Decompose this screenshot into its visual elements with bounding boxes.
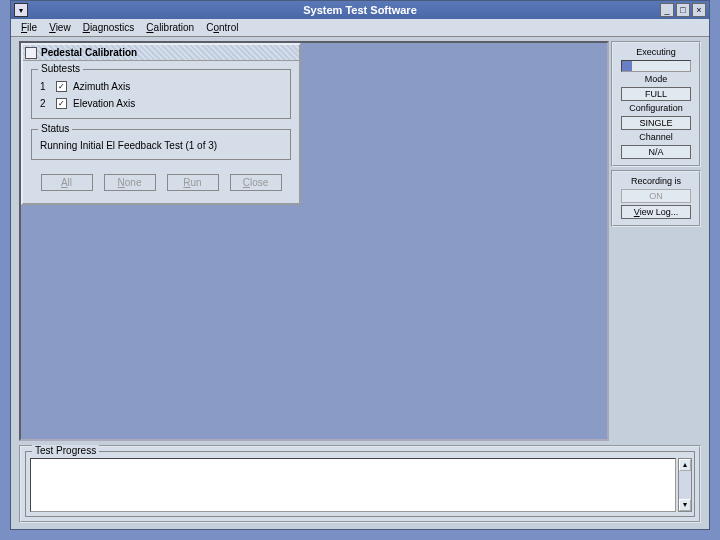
menubar: File View Diagnostics Calibration Contro… [11, 19, 709, 37]
test-progress-textarea[interactable] [30, 458, 676, 512]
menu-control[interactable]: Control [200, 20, 244, 35]
run-button[interactable]: Run [167, 174, 219, 191]
subtest-row-2: 2 ✓ Elevation Axis [38, 95, 284, 112]
menu-view[interactable]: View [43, 20, 77, 35]
window-title: System Test Software [303, 4, 417, 16]
main-area: Pedestal Calibration Subtests 1 ✓ Azimut… [19, 41, 609, 441]
progress-fill [622, 61, 632, 71]
subtests-legend: Subtests [38, 63, 83, 74]
pedestal-calibration-dialog: Pedestal Calibration Subtests 1 ✓ Azimut… [21, 43, 301, 205]
executing-label: Executing [615, 47, 697, 57]
subtests-fieldset: Subtests 1 ✓ Azimuth Axis 2 ✓ Elevation … [31, 69, 291, 119]
recording-state-button[interactable]: ON [621, 189, 692, 203]
test-progress-fieldset: Test Progress ▴ ▾ [25, 451, 695, 517]
maximize-button[interactable]: □ [676, 3, 690, 17]
dialog-title: Pedestal Calibration [41, 47, 137, 58]
config-label: Configuration [615, 103, 697, 113]
minimize-button[interactable]: _ [660, 3, 674, 17]
scroll-up-icon[interactable]: ▴ [679, 459, 691, 471]
mode-value-button[interactable]: FULL [621, 87, 692, 101]
dialog-window-icon [25, 47, 37, 59]
dialog-body: Subtests 1 ✓ Azimuth Axis 2 ✓ Elevation … [23, 61, 299, 203]
test-progress-panel: Test Progress ▴ ▾ [19, 445, 701, 523]
status-fieldset: Status Running Initial El Feedback Test … [31, 129, 291, 160]
titlebar: ▾ System Test Software _ □ × [11, 1, 709, 19]
recording-panel: Recording is ON View Log... [611, 170, 701, 227]
window-controls: _ □ × [660, 3, 706, 17]
status-text: Running Initial El Feedback Test (1 of 3… [38, 138, 284, 153]
side-panels: Executing Mode FULL Configuration SINGLE… [611, 41, 701, 227]
scrollbar[interactable]: ▴ ▾ [678, 458, 692, 512]
subtest-label: Azimuth Axis [73, 81, 130, 92]
subtest-label: Elevation Axis [73, 98, 135, 109]
client-area: Pedestal Calibration Subtests 1 ✓ Azimut… [11, 37, 709, 529]
recording-label: Recording is [615, 176, 697, 186]
subtest-num: 2 [40, 98, 50, 109]
status-legend: Status [38, 123, 72, 134]
menu-file[interactable]: File [15, 20, 43, 35]
window-menu-icon[interactable]: ▾ [14, 3, 28, 17]
main-window: ▾ System Test Software _ □ × File View D… [10, 0, 710, 530]
menu-calibration[interactable]: Calibration [140, 20, 200, 35]
executing-progress [621, 60, 692, 72]
close-dialog-button[interactable]: Close [230, 174, 282, 191]
menu-diagnostics[interactable]: Diagnostics [77, 20, 141, 35]
subtest-checkbox-azimuth[interactable]: ✓ [56, 81, 67, 92]
all-button[interactable]: All [41, 174, 93, 191]
config-value-button[interactable]: SINGLE [621, 116, 692, 130]
scroll-down-icon[interactable]: ▾ [679, 499, 691, 511]
none-button[interactable]: None [104, 174, 156, 191]
channel-value-button[interactable]: N/A [621, 145, 692, 159]
subtest-checkbox-elevation[interactable]: ✓ [56, 98, 67, 109]
subtest-num: 1 [40, 81, 50, 92]
test-progress-legend: Test Progress [32, 445, 99, 456]
channel-label: Channel [615, 132, 697, 142]
mode-label: Mode [615, 74, 697, 84]
dialog-titlebar[interactable]: Pedestal Calibration [23, 45, 299, 61]
dialog-buttons: All None Run Close [31, 170, 291, 195]
view-log-button[interactable]: View Log... [621, 205, 692, 219]
close-button[interactable]: × [692, 3, 706, 17]
executing-panel: Executing Mode FULL Configuration SINGLE… [611, 41, 701, 167]
subtest-row-1: 1 ✓ Azimuth Axis [38, 78, 284, 95]
